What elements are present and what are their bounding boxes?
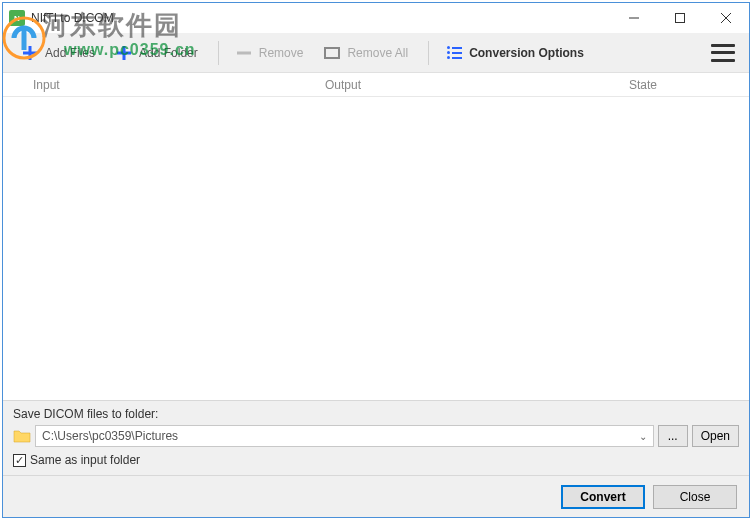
app-window: N NIfTI to DICOM Add Files Add Folder [2,2,750,518]
path-row: C:\Users\pc0359\Pictures ⌄ ... Open [13,425,739,447]
open-folder-button[interactable]: Open [692,425,739,447]
add-files-label: Add Files [45,46,95,60]
svg-rect-1 [676,14,685,23]
toolbar: Add Files Add Folder Remove Remove All [3,33,749,73]
column-headers: Input Output State [3,73,749,97]
convert-label: Convert [580,490,625,504]
open-label: Open [701,429,730,443]
window-controls [611,3,749,33]
titlebar: N NIfTI to DICOM [3,3,749,33]
browse-button[interactable]: ... [658,425,688,447]
close-button[interactable]: Close [653,485,737,509]
save-label: Save DICOM files to folder: [13,407,739,421]
remove-all-label: Remove All [347,46,408,60]
conversion-options-label: Conversion Options [469,46,584,60]
app-icon: N [9,10,25,26]
minus-icon [235,44,253,62]
file-list[interactable] [3,97,749,400]
separator [218,41,219,65]
column-input-header[interactable]: Input [15,78,325,92]
remove-all-button[interactable]: Remove All [315,40,416,66]
convert-button[interactable]: Convert [561,485,645,509]
add-folder-button[interactable]: Add Folder [107,40,206,66]
options-icon [445,44,463,62]
window-title: NIfTI to DICOM [31,11,611,25]
save-panel: Save DICOM files to folder: C:\Users\pc0… [3,400,749,475]
plus-icon [21,44,39,62]
add-files-button[interactable]: Add Files [13,40,103,66]
column-output-header[interactable]: Output [325,78,629,92]
output-path-input[interactable]: C:\Users\pc0359\Pictures ⌄ [35,425,654,447]
menu-button[interactable] [711,44,735,62]
close-window-button[interactable] [703,3,749,33]
plus-icon [115,44,133,62]
folder-icon [13,428,31,444]
remove-button[interactable]: Remove [227,40,312,66]
svg-rect-9 [325,48,339,58]
minimize-button[interactable] [611,3,657,33]
maximize-button[interactable] [657,3,703,33]
separator [428,41,429,65]
close-label: Close [680,490,711,504]
same-as-input-checkbox[interactable]: Same as input folder [13,453,739,467]
chevron-down-icon: ⌄ [639,431,647,442]
footer: Convert Close [3,475,749,517]
checkbox-icon [13,454,26,467]
remove-all-icon [323,44,341,62]
browse-label: ... [668,429,678,443]
output-path-value: C:\Users\pc0359\Pictures [42,429,178,443]
hamburger-icon [711,44,735,47]
add-folder-label: Add Folder [139,46,198,60]
same-as-input-label: Same as input folder [30,453,140,467]
conversion-options-button[interactable]: Conversion Options [437,40,592,66]
column-state-header[interactable]: State [629,78,737,92]
remove-label: Remove [259,46,304,60]
